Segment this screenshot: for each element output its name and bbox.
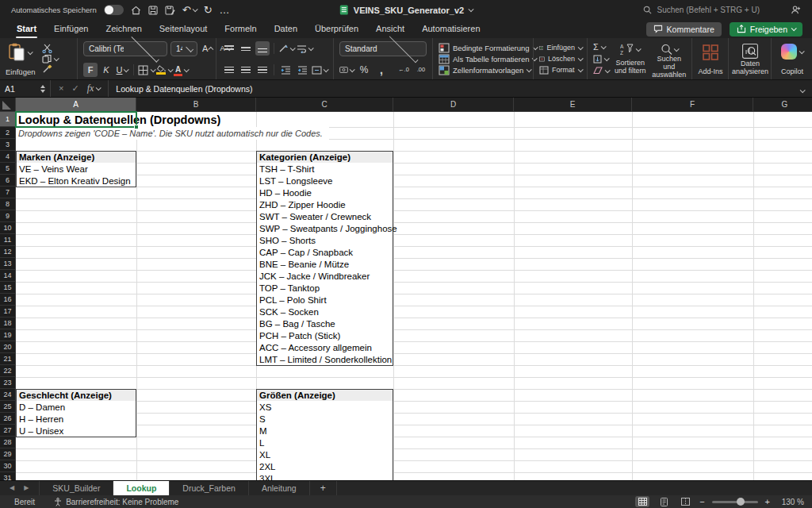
analyze-data-button[interactable]: Daten analysieren <box>734 42 766 76</box>
column-header-D[interactable]: D <box>393 98 514 112</box>
row-header-20[interactable]: 20 <box>0 341 16 353</box>
delete-cells-button[interactable]: Löschen <box>539 53 582 64</box>
table-header-cell-A24[interactable]: Geschlecht (Anzeige) <box>16 389 136 402</box>
row-header-16[interactable]: 16 <box>0 294 16 306</box>
align-top-button[interactable] <box>222 41 236 56</box>
cell-A6[interactable]: EKD – Elton Kreativ Design <box>16 175 136 187</box>
row-header-13[interactable]: 13 <box>0 258 16 270</box>
increase-decimal-button[interactable]: ←.0 <box>396 63 411 77</box>
decrease-indent-button[interactable] <box>278 63 293 77</box>
font-size-select[interactable]: 14 <box>170 41 197 56</box>
cell-A5[interactable]: VE – Veins Wear <box>16 163 136 175</box>
next-sheet-arrow-icon[interactable]: ▶ <box>24 485 29 491</box>
decrease-decimal-button[interactable]: .00 <box>414 63 428 77</box>
insert-function-button[interactable]: fx <box>87 83 101 94</box>
column-header-G[interactable]: G <box>753 98 812 112</box>
row-header-12[interactable]: 12 <box>0 246 16 258</box>
increase-indent-button[interactable] <box>295 63 309 77</box>
align-bottom-button[interactable] <box>255 41 270 56</box>
page-break-view-button[interactable] <box>678 496 692 507</box>
page-layout-view-button[interactable] <box>657 496 671 507</box>
row-header-29[interactable]: 29 <box>0 448 16 460</box>
cell-C27[interactable]: M <box>256 425 393 437</box>
underline-button[interactable]: U <box>115 63 129 77</box>
bold-button[interactable]: F <box>83 63 98 77</box>
home-icon[interactable] <box>131 6 141 15</box>
cell-C21[interactable]: LMT – Limited / Sonderkollektion <box>256 353 393 366</box>
row-header-26[interactable]: 26 <box>0 413 16 425</box>
addins-button[interactable]: Add-Ins <box>698 42 723 76</box>
row-header-31[interactable]: 31 <box>0 472 16 480</box>
sheet-tab-lookup[interactable]: Lookup <box>113 481 170 495</box>
font-color-button[interactable]: A <box>174 63 188 77</box>
paste-button[interactable]: Einfügen <box>6 42 36 76</box>
row-header-18[interactable]: 18 <box>0 318 16 329</box>
font-name-select[interactable]: Calibri (Textkörper) <box>83 41 167 56</box>
cell-C19[interactable]: PCH – Patch (Stick) <box>256 329 393 342</box>
row-header-2[interactable]: 2 <box>0 127 16 139</box>
accessibility-status[interactable]: Barrierefreiheit: Keine Probleme <box>54 498 178 506</box>
row-header-5[interactable]: 5 <box>0 163 16 175</box>
zoom-in-icon[interactable]: + <box>765 498 770 506</box>
align-center-button[interactable] <box>239 63 253 77</box>
cell-C17[interactable]: SCK – Socken <box>256 306 393 318</box>
italic-button[interactable]: K <box>99 63 113 77</box>
save-icon[interactable] <box>148 6 158 15</box>
row-header-30[interactable]: 30 <box>0 460 16 472</box>
table-header-cell-C4[interactable]: Kategorien (Anzeige) <box>256 151 393 164</box>
select-all-corner[interactable] <box>0 98 16 112</box>
cell-C25[interactable]: XS <box>256 401 393 414</box>
column-header-C[interactable]: C <box>256 98 393 112</box>
align-middle-button[interactable] <box>239 41 253 56</box>
row-header-19[interactable]: 19 <box>0 329 16 341</box>
ribbon-tab-formeln[interactable]: Formeln <box>216 21 265 38</box>
percent-button[interactable]: % <box>357 63 371 77</box>
copilot-button[interactable]: Copilot <box>777 42 807 76</box>
undo-button[interactable]: ↶ <box>182 5 197 15</box>
confirm-entry-icon[interactable]: ✓ <box>71 84 79 93</box>
align-left-button[interactable] <box>222 63 236 77</box>
cell-C16[interactable]: PCL – Polo Shirt <box>256 294 393 306</box>
sheet-tab-sku_builder[interactable]: SKU_Builder <box>39 481 113 495</box>
column-header-E[interactable]: E <box>514 98 632 112</box>
cell-A25[interactable]: D – Damen <box>16 401 136 414</box>
column-header-F[interactable]: F <box>632 98 753 112</box>
orientation-button[interactable] <box>278 41 294 56</box>
autosum-button[interactable]: Σ <box>593 43 609 52</box>
conditional-formatting-button[interactable]: Bedingte Formatierung <box>439 42 528 53</box>
ribbon-tab-seitenlayout[interactable]: Seitenlayout <box>151 21 216 38</box>
row-header-23[interactable]: 23 <box>0 377 16 389</box>
cell-A26[interactable]: H – Herren <box>16 413 136 425</box>
ribbon-tab-zeichnen[interactable]: Zeichnen <box>98 21 151 38</box>
ribbon-tab-start[interactable]: Start <box>8 21 45 38</box>
cell-C13[interactable]: BNE – Beanie / Mütze <box>256 258 393 271</box>
cell-C15[interactable]: TOP – Tanktop <box>256 282 393 294</box>
cell-C28[interactable]: L <box>256 437 393 449</box>
cell-C26[interactable]: S <box>256 413 393 425</box>
merge-cells-button[interactable] <box>312 63 327 77</box>
cancel-entry-icon[interactable]: × <box>59 84 63 93</box>
sheet-tab-anleitung[interactable]: Anleitung <box>248 481 310 495</box>
table-header-cell-C24[interactable]: Größen (Anzeige) <box>256 389 393 402</box>
increase-font-button[interactable]: A <box>201 41 215 56</box>
spreadsheet-grid[interactable]: ABCDEFG123456789101112131415161718192021… <box>0 98 812 480</box>
previous-sheet-arrow-icon[interactable]: ◀ <box>10 485 14 491</box>
comma-button[interactable]: , <box>374 63 389 77</box>
row-header-10[interactable]: 10 <box>0 222 16 234</box>
cell-C9[interactable]: SWT – Sweater / Crewneck <box>256 210 393 223</box>
more-icon[interactable]: … <box>220 5 231 15</box>
cell-A27[interactable]: U – Unisex <box>16 425 136 437</box>
share-button[interactable]: Freigeben <box>730 22 802 37</box>
row-header-6[interactable]: 6 <box>0 175 16 187</box>
row-header-4[interactable]: 4 <box>0 151 16 163</box>
fill-button[interactable] <box>593 55 609 64</box>
cell-C31[interactable]: 3XL <box>256 472 393 480</box>
ribbon-tab-automatisieren[interactable]: Automatisieren <box>413 21 488 38</box>
zoom-percentage[interactable]: 130 % <box>777 498 804 506</box>
cell-C5[interactable]: TSH – T-Shirt <box>256 163 393 175</box>
redo-icon[interactable]: ↻ <box>204 5 213 15</box>
cell-C8[interactable]: ZHD – Zipper Hoodie <box>256 198 393 211</box>
zoom-out-icon[interactable]: − <box>699 498 704 506</box>
formula-bar-expand-button[interactable] <box>800 82 812 96</box>
clear-button[interactable] <box>593 67 609 75</box>
